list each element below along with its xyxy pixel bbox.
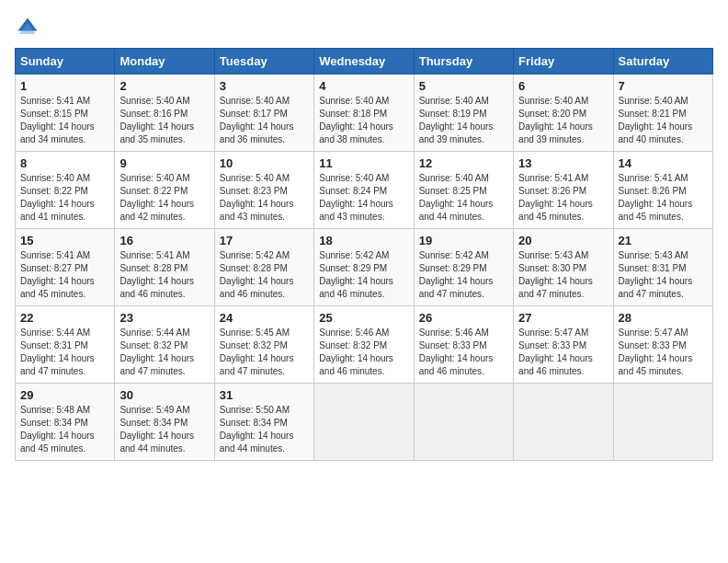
day-info: Sunrise: 5:40 AM Sunset: 8:18 PM Dayligh… bbox=[319, 95, 408, 146]
day-info: Sunrise: 5:40 AM Sunset: 8:16 PM Dayligh… bbox=[119, 95, 209, 146]
day-number: 29 bbox=[20, 388, 109, 402]
day-number: 4 bbox=[319, 79, 408, 93]
calendar-day-empty bbox=[414, 384, 513, 461]
logo bbox=[15, 15, 44, 40]
day-header-monday: Monday bbox=[115, 49, 214, 75]
logo-icon bbox=[15, 15, 40, 40]
day-number: 18 bbox=[319, 234, 408, 247]
day-info: Sunrise: 5:40 AM Sunset: 8:22 PM Dayligh… bbox=[20, 172, 109, 224]
day-number: 28 bbox=[619, 311, 708, 325]
day-number: 21 bbox=[619, 234, 708, 247]
day-number: 26 bbox=[419, 311, 508, 325]
calendar-day-13: 13Sunrise: 5:41 AM Sunset: 8:26 PM Dayli… bbox=[514, 152, 613, 229]
calendar-day-20: 20Sunrise: 5:43 AM Sunset: 8:30 PM Dayli… bbox=[514, 229, 613, 306]
calendar-day-18: 18Sunrise: 5:42 AM Sunset: 8:29 PM Dayli… bbox=[314, 229, 414, 306]
day-info: Sunrise: 5:44 AM Sunset: 8:31 PM Dayligh… bbox=[20, 327, 109, 378]
calendar-day-26: 26Sunrise: 5:46 AM Sunset: 8:33 PM Dayli… bbox=[414, 306, 513, 384]
day-number: 14 bbox=[619, 156, 708, 170]
page-header bbox=[15, 15, 713, 40]
day-info: Sunrise: 5:40 AM Sunset: 8:23 PM Dayligh… bbox=[220, 172, 309, 224]
calendar-day-8: 8Sunrise: 5:40 AM Sunset: 8:22 PM Daylig… bbox=[16, 152, 115, 229]
day-info: Sunrise: 5:49 AM Sunset: 8:34 PM Dayligh… bbox=[119, 404, 209, 455]
day-number: 15 bbox=[20, 234, 109, 247]
day-number: 11 bbox=[319, 156, 408, 170]
day-number: 8 bbox=[20, 156, 109, 170]
day-info: Sunrise: 5:45 AM Sunset: 8:32 PM Dayligh… bbox=[220, 327, 309, 378]
calendar-day-31: 31Sunrise: 5:50 AM Sunset: 8:34 PM Dayli… bbox=[214, 384, 313, 461]
day-info: Sunrise: 5:41 AM Sunset: 8:15 PM Dayligh… bbox=[20, 95, 109, 146]
calendar-week-3: 15Sunrise: 5:41 AM Sunset: 8:27 PM Dayli… bbox=[16, 229, 713, 306]
calendar-day-19: 19Sunrise: 5:42 AM Sunset: 8:29 PM Dayli… bbox=[414, 229, 513, 306]
day-info: Sunrise: 5:40 AM Sunset: 8:22 PM Dayligh… bbox=[119, 172, 209, 224]
day-header-tuesday: Tuesday bbox=[214, 49, 313, 75]
day-number: 25 bbox=[319, 311, 408, 325]
calendar-day-4: 4Sunrise: 5:40 AM Sunset: 8:18 PM Daylig… bbox=[314, 75, 414, 152]
calendar-day-empty bbox=[613, 384, 712, 461]
calendar-day-10: 10Sunrise: 5:40 AM Sunset: 8:23 PM Dayli… bbox=[214, 152, 313, 229]
day-info: Sunrise: 5:41 AM Sunset: 8:27 PM Dayligh… bbox=[20, 249, 109, 301]
calendar-day-empty bbox=[314, 384, 414, 461]
calendar-day-5: 5Sunrise: 5:40 AM Sunset: 8:19 PM Daylig… bbox=[414, 75, 513, 152]
calendar-week-2: 8Sunrise: 5:40 AM Sunset: 8:22 PM Daylig… bbox=[16, 152, 713, 229]
day-info: Sunrise: 5:41 AM Sunset: 8:28 PM Dayligh… bbox=[119, 249, 209, 301]
day-info: Sunrise: 5:46 AM Sunset: 8:32 PM Dayligh… bbox=[319, 327, 408, 378]
day-number: 20 bbox=[518, 234, 608, 247]
calendar-table: SundayMondayTuesdayWednesdayThursdayFrid… bbox=[15, 48, 713, 461]
day-info: Sunrise: 5:47 AM Sunset: 8:33 PM Dayligh… bbox=[518, 327, 608, 378]
day-info: Sunrise: 5:44 AM Sunset: 8:32 PM Dayligh… bbox=[119, 327, 209, 378]
day-info: Sunrise: 5:40 AM Sunset: 8:24 PM Dayligh… bbox=[319, 172, 408, 224]
calendar-day-9: 9Sunrise: 5:40 AM Sunset: 8:22 PM Daylig… bbox=[115, 152, 214, 229]
day-info: Sunrise: 5:43 AM Sunset: 8:31 PM Dayligh… bbox=[619, 249, 708, 301]
calendar-day-17: 17Sunrise: 5:42 AM Sunset: 8:28 PM Dayli… bbox=[214, 229, 313, 306]
day-info: Sunrise: 5:40 AM Sunset: 8:25 PM Dayligh… bbox=[419, 172, 508, 224]
day-number: 6 bbox=[518, 79, 608, 93]
day-info: Sunrise: 5:41 AM Sunset: 8:26 PM Dayligh… bbox=[619, 172, 708, 224]
calendar-day-empty bbox=[514, 384, 613, 461]
calendar-day-12: 12Sunrise: 5:40 AM Sunset: 8:25 PM Dayli… bbox=[414, 152, 513, 229]
calendar-day-22: 22Sunrise: 5:44 AM Sunset: 8:31 PM Dayli… bbox=[16, 306, 115, 384]
calendar-day-11: 11Sunrise: 5:40 AM Sunset: 8:24 PM Dayli… bbox=[314, 152, 414, 229]
calendar-week-5: 29Sunrise: 5:48 AM Sunset: 8:34 PM Dayli… bbox=[16, 384, 713, 461]
day-info: Sunrise: 5:48 AM Sunset: 8:34 PM Dayligh… bbox=[20, 404, 109, 455]
calendar-day-27: 27Sunrise: 5:47 AM Sunset: 8:33 PM Dayli… bbox=[514, 306, 613, 384]
calendar-day-15: 15Sunrise: 5:41 AM Sunset: 8:27 PM Dayli… bbox=[16, 229, 115, 306]
day-number: 23 bbox=[119, 311, 209, 325]
day-info: Sunrise: 5:43 AM Sunset: 8:30 PM Dayligh… bbox=[518, 249, 608, 301]
day-info: Sunrise: 5:50 AM Sunset: 8:34 PM Dayligh… bbox=[220, 404, 309, 455]
calendar-day-25: 25Sunrise: 5:46 AM Sunset: 8:32 PM Dayli… bbox=[314, 306, 414, 384]
day-number: 2 bbox=[119, 79, 209, 93]
calendar-day-29: 29Sunrise: 5:48 AM Sunset: 8:34 PM Dayli… bbox=[16, 384, 115, 461]
calendar-day-3: 3Sunrise: 5:40 AM Sunset: 8:17 PM Daylig… bbox=[214, 75, 313, 152]
day-number: 12 bbox=[419, 156, 508, 170]
day-info: Sunrise: 5:40 AM Sunset: 8:17 PM Dayligh… bbox=[220, 95, 309, 146]
calendar-day-1: 1Sunrise: 5:41 AM Sunset: 8:15 PM Daylig… bbox=[16, 75, 115, 152]
day-info: Sunrise: 5:42 AM Sunset: 8:29 PM Dayligh… bbox=[419, 249, 508, 301]
calendar-day-7: 7Sunrise: 5:40 AM Sunset: 8:21 PM Daylig… bbox=[613, 75, 712, 152]
day-info: Sunrise: 5:42 AM Sunset: 8:29 PM Dayligh… bbox=[319, 249, 408, 301]
day-number: 3 bbox=[220, 79, 309, 93]
day-number: 1 bbox=[20, 79, 109, 93]
day-header-thursday: Thursday bbox=[414, 49, 513, 75]
day-number: 7 bbox=[619, 79, 708, 93]
day-info: Sunrise: 5:40 AM Sunset: 8:20 PM Dayligh… bbox=[518, 95, 608, 146]
calendar-week-1: 1Sunrise: 5:41 AM Sunset: 8:15 PM Daylig… bbox=[16, 75, 713, 152]
day-number: 17 bbox=[220, 234, 309, 247]
day-number: 10 bbox=[220, 156, 309, 170]
day-info: Sunrise: 5:42 AM Sunset: 8:28 PM Dayligh… bbox=[220, 249, 309, 301]
calendar-day-28: 28Sunrise: 5:47 AM Sunset: 8:33 PM Dayli… bbox=[613, 306, 712, 384]
day-number: 22 bbox=[20, 311, 109, 325]
calendar-day-2: 2Sunrise: 5:40 AM Sunset: 8:16 PM Daylig… bbox=[115, 75, 214, 152]
calendar-day-23: 23Sunrise: 5:44 AM Sunset: 8:32 PM Dayli… bbox=[115, 306, 214, 384]
day-number: 16 bbox=[119, 234, 209, 247]
day-header-saturday: Saturday bbox=[613, 49, 712, 75]
calendar-day-30: 30Sunrise: 5:49 AM Sunset: 8:34 PM Dayli… bbox=[115, 384, 214, 461]
calendar-day-6: 6Sunrise: 5:40 AM Sunset: 8:20 PM Daylig… bbox=[514, 75, 613, 152]
day-number: 27 bbox=[518, 311, 608, 325]
day-number: 13 bbox=[518, 156, 608, 170]
day-info: Sunrise: 5:40 AM Sunset: 8:19 PM Dayligh… bbox=[419, 95, 508, 146]
day-number: 5 bbox=[419, 79, 508, 93]
calendar-week-4: 22Sunrise: 5:44 AM Sunset: 8:31 PM Dayli… bbox=[16, 306, 713, 384]
day-number: 19 bbox=[419, 234, 508, 247]
day-info: Sunrise: 5:46 AM Sunset: 8:33 PM Dayligh… bbox=[419, 327, 508, 378]
day-number: 24 bbox=[220, 311, 309, 325]
